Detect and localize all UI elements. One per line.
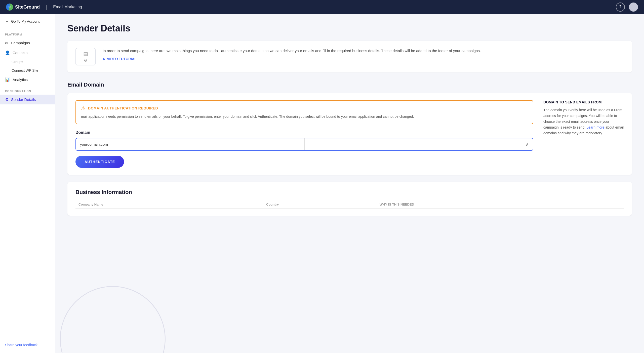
alert-body: mail.application needs permission to sen… [81, 114, 528, 119]
alert-title: DOMAIN AUTHENTICATION REQUIRED [88, 106, 158, 110]
domain-field-label: Domain [75, 130, 533, 135]
sidebar-back-link[interactable]: ← Go To My Account [0, 14, 55, 28]
page-title: Sender Details [67, 23, 632, 34]
business-section-title: Business Information [75, 189, 624, 195]
video-tutorial-label: VIDEO TUTORIAL [107, 57, 137, 61]
sidebar-item-sender-details[interactable]: ⚙ Sender Details [0, 95, 55, 104]
sidebar-contacts-label: Contacts [13, 51, 27, 55]
logo-icon: SG [6, 4, 13, 11]
sender-details-icon: ⚙ [5, 97, 9, 102]
domain-right-panel: DOMAIN TO SEND EMAILS FROM The domain yo… [543, 100, 624, 168]
sidebar-connect-wp-label: Connect WP Site [12, 68, 38, 72]
business-table: Company Name Country WHY IS THIS NEEDED [75, 201, 624, 209]
contacts-icon: 👤 [5, 50, 10, 55]
col-why-needed: WHY IS THIS NEEDED [377, 201, 624, 209]
logo-divider: | [46, 4, 47, 10]
sidebar-campaigns-label: Campaigns [11, 41, 30, 45]
sidebar-item-groups[interactable]: Groups [0, 58, 55, 66]
back-label: Go To My Account [11, 19, 39, 23]
sidebar-item-analytics[interactable]: 📊 Analytics [0, 75, 55, 85]
campaigns-icon: ✉ [5, 41, 8, 45]
domain-auth-alert: ⚠ DOMAIN AUTHENTICATION REQUIRED mail.ap… [75, 100, 533, 124]
back-arrow-icon: ← [5, 19, 9, 24]
authenticate-button[interactable]: AUTHENTICATE [75, 156, 124, 168]
learn-more-link[interactable]: Learn more [586, 125, 605, 129]
domain-right-title: DOMAIN TO SEND EMAILS FROM [543, 100, 624, 104]
sidebar-item-campaigns[interactable]: ✉ Campaigns [0, 38, 55, 48]
help-button[interactable]: ? [616, 3, 625, 12]
sidebar: ← Go To My Account PLATFORM ✉ Campaigns … [0, 14, 55, 353]
chevron-down-icon: ∧ [526, 142, 529, 147]
email-domain-title: Email Domain [67, 82, 632, 88]
alert-header: ⚠ DOMAIN AUTHENTICATION REQUIRED [81, 105, 528, 111]
siteground-logo[interactable]: SG SiteGround [6, 4, 40, 11]
sidebar-analytics-label: Analytics [13, 77, 28, 82]
info-card-text: In order to send campaigns there are two… [103, 48, 624, 61]
business-section: Business Information Company Name Countr… [67, 182, 632, 216]
sidebar-groups-label: Groups [12, 60, 23, 64]
domain-dropdown[interactable]: ∧ [304, 138, 533, 150]
domain-input[interactable] [76, 138, 304, 150]
configuration-section-label: CONFIGURATION [0, 85, 55, 95]
domain-input-row: ∧ [75, 138, 533, 151]
platform-section-label: PLATFORM [0, 28, 55, 38]
sidebar-feedback-link[interactable]: Share your feedback [0, 338, 55, 347]
domain-left-panel: ⚠ DOMAIN AUTHENTICATION REQUIRED mail.ap… [75, 100, 533, 168]
topnav-left: SG SiteGround | Email Marketing [6, 4, 82, 11]
info-card: ▤ ⚙ In order to send campaigns there are… [67, 41, 632, 72]
warning-icon: ⚠ [81, 105, 86, 111]
setup-icon: ▤ ⚙ [83, 51, 88, 63]
domain-right-text: The domain you verify here will be used … [543, 107, 624, 136]
col-company-name: Company Name [75, 201, 263, 209]
main-content: Sender Details ▤ ⚙ In order to send camp… [55, 14, 644, 353]
product-name: Email Marketing [53, 5, 82, 9]
info-card-icon: ▤ ⚙ [75, 48, 96, 65]
analytics-icon: 📊 [5, 77, 10, 82]
play-icon: ▶ [103, 57, 105, 61]
sidebar-item-connect-wp[interactable]: Connect WP Site [0, 66, 55, 75]
info-description: In order to send campaigns there are two… [103, 48, 624, 54]
topnav-right: ? [616, 3, 638, 12]
topnav: SG SiteGround | Email Marketing ? [0, 0, 644, 14]
spotlight-circle [60, 286, 166, 353]
logo-brand: SiteGround [15, 5, 40, 10]
domain-section: ⚠ DOMAIN AUTHENTICATION REQUIRED mail.ap… [67, 93, 632, 175]
sidebar-sender-details-label: Sender Details [11, 97, 36, 102]
app-layout: ← Go To My Account PLATFORM ✉ Campaigns … [0, 14, 644, 353]
avatar[interactable] [629, 3, 638, 12]
sidebar-item-contacts[interactable]: 👤 Contacts [0, 48, 55, 58]
col-country: Country [263, 201, 377, 209]
video-tutorial-link[interactable]: ▶ VIDEO TUTORIAL [103, 57, 624, 61]
